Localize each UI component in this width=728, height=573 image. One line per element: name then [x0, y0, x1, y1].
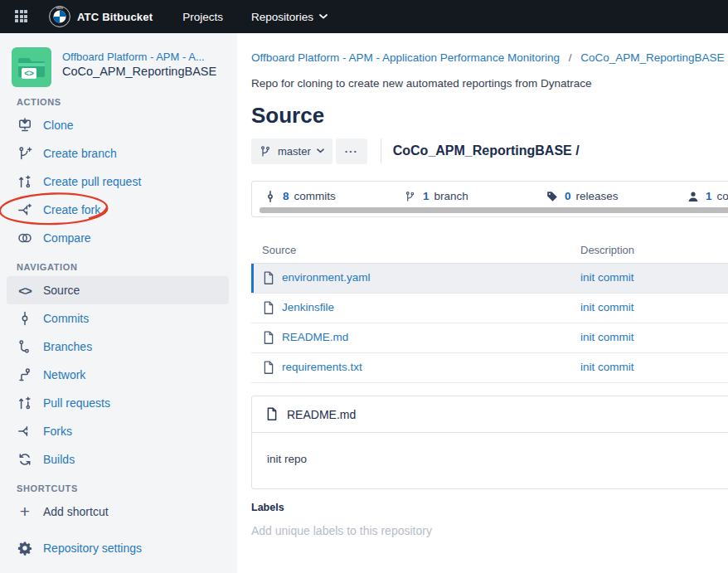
- file-icon: [262, 331, 275, 347]
- sidebar-item-create-pull-request[interactable]: Create pull request: [0, 168, 237, 196]
- file-link[interactable]: README.md: [282, 331, 348, 343]
- actions-section-label: ACTIONS: [17, 97, 237, 108]
- app-switcher-icon[interactable]: [15, 10, 28, 23]
- breadcrumb-repo-link[interactable]: CoCo_APM_ReportingBASE: [580, 51, 724, 64]
- table-row-jenkinsfile[interactable]: Jenkinsfile init commit: [251, 294, 728, 323]
- sidebar-item-repository-settings[interactable]: Repository settings: [0, 534, 237, 562]
- sidebar-item-create-fork[interactable]: Create fork: [0, 196, 237, 224]
- file-icon: [262, 271, 275, 288]
- file-link[interactable]: environment.yaml: [282, 271, 371, 284]
- labels-heading: Labels: [251, 502, 284, 513]
- nav-projects[interactable]: Projects: [182, 11, 223, 23]
- branch-icon: [260, 145, 272, 158]
- stat-label: contributor: [717, 190, 728, 202]
- file-icon: [262, 361, 275, 377]
- commit-message-link[interactable]: init commit: [580, 361, 634, 373]
- readme-title: README.md: [287, 408, 356, 421]
- sidebar-item-clone[interactable]: Clone: [0, 111, 237, 139]
- sidebar-item-commits[interactable]: Commits: [0, 304, 237, 333]
- stat-label: commits: [294, 190, 336, 202]
- column-source: Source: [262, 244, 296, 256]
- forks-icon: [17, 424, 33, 439]
- stat-count: 8: [283, 190, 289, 202]
- sidebar-item-pull-requests[interactable]: Pull requests: [0, 389, 237, 417]
- sidebar-item-add-shortcut[interactable]: + Add shortcut: [0, 498, 237, 526]
- sidebar-item-label: Add shortcut: [43, 505, 109, 518]
- sidebar-item-builds[interactable]: Builds: [0, 445, 237, 473]
- breadcrumb: Offboard Platform - APM - Application Pe…: [251, 51, 725, 64]
- readme-panel: README.md init repo: [251, 396, 728, 489]
- sidebar-item-source[interactable]: <> Source: [7, 276, 229, 304]
- compare-icon: [17, 231, 33, 245]
- nav-repositories[interactable]: Repositories: [251, 11, 328, 23]
- commits-icon: [17, 311, 33, 326]
- sidebar-item-label: Pull requests: [43, 396, 110, 410]
- branch-selector-button[interactable]: master: [251, 138, 332, 164]
- stat-contributors[interactable]: 1 contributor: [687, 190, 728, 202]
- repo-path: CoCo_APM_ReportingBASE /: [393, 143, 580, 158]
- sidebar-item-label: Repository settings: [43, 541, 142, 555]
- clone-icon: [17, 118, 33, 133]
- breadcrumb-project-link[interactable]: Offboard Platform - APM - Application Pe…: [251, 51, 560, 64]
- stat-label: branch: [434, 190, 468, 202]
- sidebar-item-label: Source: [43, 284, 80, 297]
- table-row-readme-md[interactable]: README.md init commit: [251, 323, 728, 353]
- branch-icon: [405, 191, 416, 202]
- commit-message-link[interactable]: init commit: [580, 271, 634, 284]
- table-row-requirements-txt[interactable]: requirements.txt init commit: [251, 353, 728, 383]
- sidebar-item-label: Compare: [43, 231, 91, 245]
- source-controls: master ··· CoCo_APM_ReportingBASE /: [251, 138, 580, 164]
- project-link[interactable]: Offboard Platform - APM - A...: [62, 50, 216, 64]
- stat-count: 0: [565, 190, 571, 202]
- stat-commits[interactable]: 8 commits: [265, 190, 336, 202]
- commit-message-link[interactable]: init commit: [580, 331, 634, 343]
- sidebar-item-create-branch[interactable]: Create branch: [0, 139, 237, 168]
- repo-avatar[interactable]: <>: [12, 47, 51, 87]
- sidebar-item-label: Network: [43, 368, 85, 381]
- readme-header[interactable]: README.md: [252, 396, 728, 433]
- page-title: Source: [251, 103, 324, 129]
- sidebar-item-compare[interactable]: Compare: [0, 224, 237, 252]
- chevron-down-icon: [319, 14, 328, 19]
- repo-titles: Offboard Platform - APM - A... CoCo_APM_…: [62, 47, 216, 87]
- vertical-divider: [381, 138, 381, 163]
- file-table-header: Source Description: [251, 239, 728, 264]
- repo-stats-bar: 8 commits 1 branch 0 releases: [251, 181, 728, 217]
- labels-placeholder[interactable]: Add unique labels to this repository: [251, 524, 432, 537]
- stat-count: 1: [706, 190, 712, 202]
- file-link[interactable]: requirements.txt: [282, 361, 362, 373]
- sidebar-item-branches[interactable]: Branches: [0, 333, 237, 361]
- table-row-environment-yaml[interactable]: environment.yaml init commit: [251, 264, 728, 294]
- brand-home-link[interactable]: BMW ATC Bitbucket: [49, 6, 153, 27]
- horizontal-scrollbar[interactable]: [260, 207, 728, 213]
- svg-text:<>: <>: [24, 69, 34, 78]
- document-icon: [265, 407, 279, 421]
- more-options-button[interactable]: ···: [336, 138, 367, 164]
- source-code-icon: <>: [17, 284, 33, 298]
- commit-icon: [265, 191, 276, 202]
- sidebar-item-forks[interactable]: Forks: [0, 417, 237, 445]
- breadcrumb-separator: /: [563, 51, 578, 64]
- sidebar-item-network[interactable]: Network: [0, 361, 237, 389]
- sidebar-item-label: Create fork: [43, 203, 100, 216]
- navigation-section: NAVIGATION <> Source Commits Branches: [0, 262, 237, 473]
- tag-icon: [546, 191, 558, 202]
- stat-label: releases: [576, 190, 619, 202]
- top-nav-items: Projects Repositories: [182, 11, 328, 23]
- stat-branches[interactable]: 1 branch: [405, 190, 468, 202]
- sidebar-item-label: Builds: [43, 453, 75, 466]
- gear-icon: [17, 541, 33, 556]
- file-link[interactable]: Jenkinsfile: [282, 301, 334, 313]
- app-name: ATC Bitbucket: [77, 11, 153, 23]
- sidebar-item-label: Commits: [43, 312, 89, 325]
- stat-count: 1: [423, 190, 430, 202]
- repo-header: <> Offboard Platform - APM - A... CoCo_A…: [0, 33, 237, 87]
- folder-code-icon: <>: [12, 47, 51, 87]
- create-branch-icon: [17, 146, 33, 161]
- sidebar-item-label: Clone: [43, 119, 74, 132]
- stat-releases[interactable]: 0 releases: [546, 190, 619, 202]
- branches-icon: [17, 339, 33, 354]
- sidebar-item-label: Branches: [43, 340, 92, 353]
- commit-message-link[interactable]: init commit: [580, 301, 634, 313]
- repo-description: Repo for cloning to create new automated…: [251, 77, 591, 90]
